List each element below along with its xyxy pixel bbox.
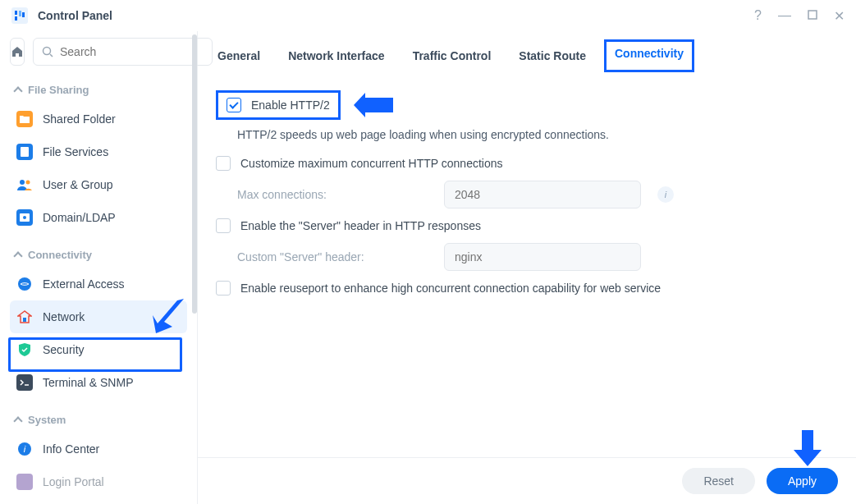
svg-rect-7	[21, 147, 29, 157]
svg-point-9	[26, 181, 30, 185]
svg-rect-3	[22, 12, 25, 17]
tab-connectivity[interactable]: Connectivity	[604, 39, 694, 72]
control-panel-icon	[11, 7, 28, 24]
section-connectivity[interactable]: Connectivity	[10, 242, 187, 268]
chevron-up-icon	[13, 86, 22, 95]
enable-http2-checkbox[interactable]	[227, 98, 241, 112]
svg-rect-4	[808, 11, 817, 19]
sidebar-item-info-center[interactable]: i Info Center	[10, 433, 187, 465]
sidebar: File Sharing Shared Folder File Services…	[0, 31, 197, 504]
chevron-up-icon	[13, 251, 22, 260]
info-badge-icon[interactable]: i	[657, 186, 674, 203]
server-header-checkbox[interactable]	[216, 218, 231, 233]
chevron-up-icon	[13, 416, 22, 425]
custom-server-label: Custom "Server" header:	[237, 250, 434, 263]
login-portal-icon	[16, 474, 33, 490]
content-pane: General Network Interface Traffic Contro…	[197, 31, 856, 504]
reuseport-row[interactable]: Enable reuseport to enhance high concurr…	[216, 276, 838, 300]
annotation-arrow-icon	[354, 93, 393, 117]
section-file-sharing[interactable]: File Sharing	[10, 77, 187, 103]
terminal-icon	[16, 374, 33, 391]
customize-max-row[interactable]: Customize maximum concurrent HTTP connec…	[216, 151, 838, 176]
tabs: General Network Interface Traffic Contro…	[198, 31, 856, 74]
enable-http2-row[interactable]: Enable HTTP/2	[216, 90, 341, 120]
sidebar-item-label: Security	[43, 343, 85, 356]
svg-point-8	[20, 180, 25, 185]
svg-point-5	[43, 48, 51, 55]
reset-button[interactable]: Reset	[682, 468, 755, 494]
file-services-icon	[16, 144, 33, 160]
window-title: Control Panel	[38, 9, 754, 22]
user-group-icon	[16, 176, 33, 193]
http2-description: HTTP/2 speeds up web page loading when u…	[216, 125, 838, 151]
sidebar-item-label: File Services	[43, 145, 108, 158]
max-connections-input	[444, 181, 641, 208]
sidebar-item-label: Login Portal	[43, 475, 104, 488]
maximize-button[interactable]	[808, 8, 817, 23]
enable-http2-label: Enable HTTP/2	[251, 99, 330, 112]
section-label: System	[28, 414, 66, 426]
close-button[interactable]: ✕	[834, 8, 845, 24]
sidebar-item-label: Shared Folder	[43, 112, 116, 126]
svg-point-11	[23, 216, 26, 219]
section-label: Connectivity	[28, 249, 92, 261]
sidebar-item-label: Terminal & SNMP	[43, 376, 133, 389]
tab-network-interface[interactable]: Network Interface	[286, 46, 386, 66]
home-button[interactable]	[10, 38, 25, 66]
info-icon: i	[16, 441, 33, 457]
customize-max-label: Customize maximum concurrent HTTP connec…	[240, 157, 503, 170]
external-access-icon	[16, 276, 33, 292]
apply-button[interactable]: Apply	[767, 468, 838, 494]
sidebar-item-file-services[interactable]: File Services	[10, 135, 187, 168]
domain-ldap-icon	[16, 209, 33, 226]
search-box[interactable]	[33, 38, 213, 66]
svg-rect-1	[15, 16, 17, 21]
sidebar-item-network[interactable]: Network	[10, 300, 187, 333]
svg-line-6	[50, 54, 53, 57]
sidebar-item-security[interactable]: Security	[10, 333, 187, 366]
tab-general[interactable]: General	[216, 46, 262, 66]
reuseport-label: Enable reuseport to enhance high concurr…	[240, 282, 661, 295]
footer: Reset Apply	[198, 457, 856, 504]
sidebar-item-label: Info Center	[43, 442, 99, 456]
minimize-button[interactable]: —	[778, 8, 791, 23]
titlebar: Control Panel ? — ✕	[0, 0, 856, 31]
sidebar-item-external-access[interactable]: External Access	[10, 268, 187, 300]
sidebar-item-terminal-snmp[interactable]: Terminal & SNMP	[10, 366, 187, 399]
scrollbar-thumb[interactable]	[192, 34, 197, 314]
server-header-label: Enable the "Server" header in HTTP respo…	[240, 219, 481, 232]
max-connections-label: Max connections:	[237, 188, 434, 201]
section-system[interactable]: System	[10, 407, 187, 433]
svg-rect-2	[19, 11, 21, 16]
sidebar-item-login-portal[interactable]: Login Portal	[10, 465, 187, 498]
annotation-arrow-icon	[794, 430, 822, 466]
help-button[interactable]: ?	[754, 8, 762, 23]
sidebar-item-domain-ldap[interactable]: Domain/LDAP	[10, 201, 187, 234]
customize-max-checkbox[interactable]	[216, 156, 231, 171]
sidebar-item-label: Network	[43, 310, 85, 323]
svg-rect-0	[15, 11, 17, 15]
network-icon	[16, 309, 33, 325]
folder-icon	[16, 111, 33, 127]
sidebar-item-user-group[interactable]: User & Group	[10, 168, 187, 201]
shield-icon	[16, 341, 33, 358]
custom-server-input	[444, 243, 641, 271]
tab-static-route[interactable]: Static Route	[517, 46, 588, 66]
section-label: File Sharing	[28, 84, 89, 96]
tab-traffic-control[interactable]: Traffic Control	[411, 46, 493, 66]
svg-rect-13	[23, 318, 26, 322]
sidebar-item-label: User & Group	[43, 178, 113, 191]
home-icon	[11, 45, 24, 58]
search-input[interactable]	[60, 45, 204, 58]
scrollbar[interactable]	[192, 31, 197, 504]
sidebar-item-label: External Access	[43, 277, 125, 291]
sidebar-item-shared-folder[interactable]: Shared Folder	[10, 103, 187, 135]
check-icon	[229, 99, 238, 108]
server-header-row[interactable]: Enable the "Server" header in HTTP respo…	[216, 213, 838, 238]
search-icon	[42, 46, 53, 57]
reuseport-checkbox[interactable]	[216, 281, 231, 296]
sidebar-item-label: Domain/LDAP	[43, 211, 116, 224]
